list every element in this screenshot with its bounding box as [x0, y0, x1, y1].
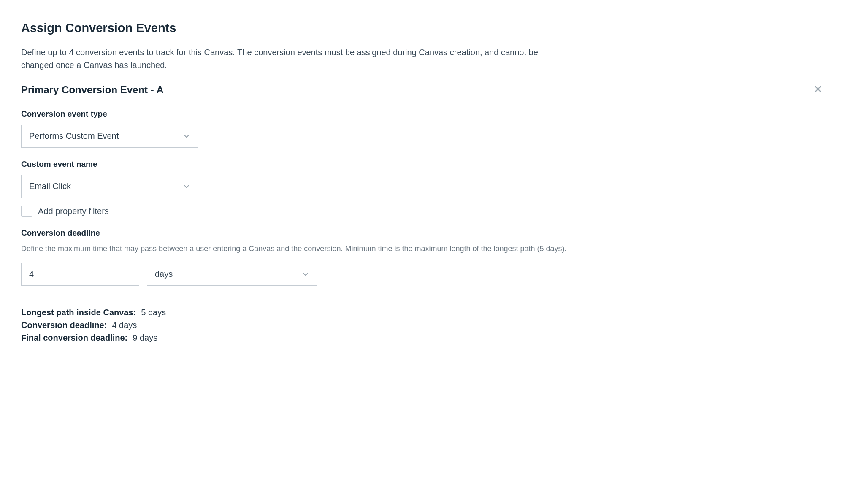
summary-deadline-value: 4 days [112, 319, 137, 331]
event-section-title: Primary Conversion Event - A [21, 84, 164, 96]
event-name-value: Email Click [22, 182, 175, 191]
summary-longest-path-label: Longest path inside Canvas: [21, 306, 136, 319]
deadline-unit-select[interactable]: days [147, 263, 317, 286]
deadline-helper-text: Define the maximum time that may pass be… [21, 244, 824, 254]
remove-event-button[interactable] [812, 84, 824, 96]
event-name-label: Custom event name [21, 160, 824, 169]
event-type-select[interactable]: Performs Custom Event [21, 125, 198, 148]
event-section-header: Primary Conversion Event - A [21, 84, 824, 96]
event-name-field: Custom event name Email Click Add proper… [21, 160, 824, 217]
summary-longest-path-value: 5 days [141, 306, 166, 319]
summary-longest-path: Longest path inside Canvas: 5 days [21, 306, 824, 319]
event-name-select[interactable]: Email Click [21, 175, 198, 198]
chevron-down-icon [175, 183, 198, 190]
event-type-value: Performs Custom Event [22, 131, 175, 141]
summary-deadline-label: Conversion deadline: [21, 319, 107, 331]
event-type-label: Conversion event type [21, 109, 824, 119]
page-title: Assign Conversion Events [21, 21, 824, 35]
property-filters-label: Add property filters [38, 206, 109, 216]
deadline-unit-value: days [147, 269, 294, 279]
summary-final: Final conversion deadline: 9 days [21, 331, 824, 344]
summary-final-label: Final conversion deadline: [21, 331, 127, 344]
deadline-label: Conversion deadline [21, 228, 824, 238]
chevron-down-icon [175, 133, 198, 140]
property-filters-checkbox[interactable] [21, 206, 32, 217]
deadline-inputs: days [21, 263, 824, 286]
deadline-value-input[interactable] [21, 263, 139, 286]
deadline-field: Conversion deadline Define the maximum t… [21, 228, 824, 286]
property-filters-row: Add property filters [21, 206, 824, 217]
chevron-down-icon [294, 271, 317, 278]
summary-final-value: 9 days [133, 331, 157, 344]
page-description: Define up to 4 conversion events to trac… [21, 46, 570, 71]
deadline-summary: Longest path inside Canvas: 5 days Conve… [21, 306, 824, 344]
summary-deadline: Conversion deadline: 4 days [21, 319, 824, 331]
close-icon [814, 85, 822, 95]
event-type-field: Conversion event type Performs Custom Ev… [21, 109, 824, 148]
